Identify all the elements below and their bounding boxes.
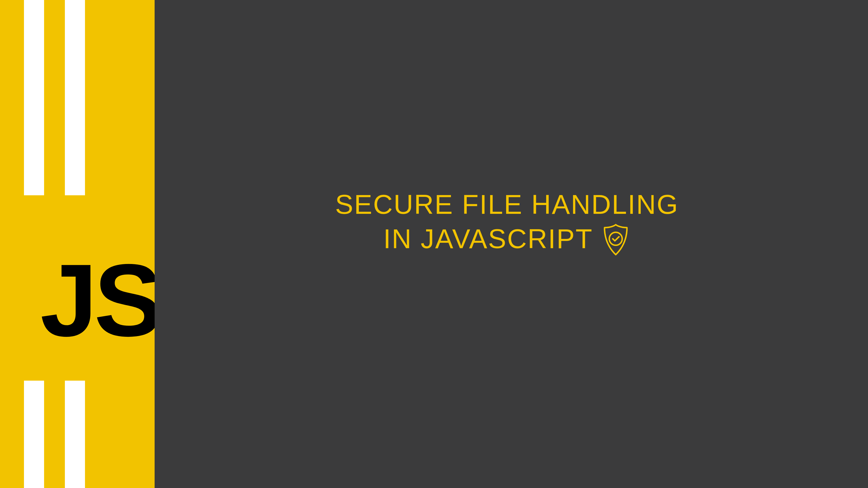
title-line-2: IN JAVASCRIPT	[383, 221, 631, 257]
main-area: SECURE FILE HANDLING IN JAVASCRIPT	[155, 0, 868, 488]
title-block: SECURE FILE HANDLING IN JAVASCRIPT	[335, 188, 679, 256]
stripe-decoration	[65, 0, 85, 195]
stripe-decoration	[24, 380, 44, 488]
js-logo: JS	[40, 234, 155, 341]
title-line-1: SECURE FILE HANDLING	[335, 188, 679, 221]
title-text-line-2: IN JAVASCRIPT	[383, 222, 593, 255]
title-text-line-1: SECURE FILE HANDLING	[335, 188, 679, 221]
left-sidebar: JS	[0, 0, 155, 488]
js-logo-text: JS	[40, 243, 155, 341]
stripe-decoration	[24, 0, 44, 195]
shield-check-icon	[601, 223, 630, 257]
stripe-decoration	[65, 380, 85, 488]
svg-point-0	[610, 232, 622, 245]
